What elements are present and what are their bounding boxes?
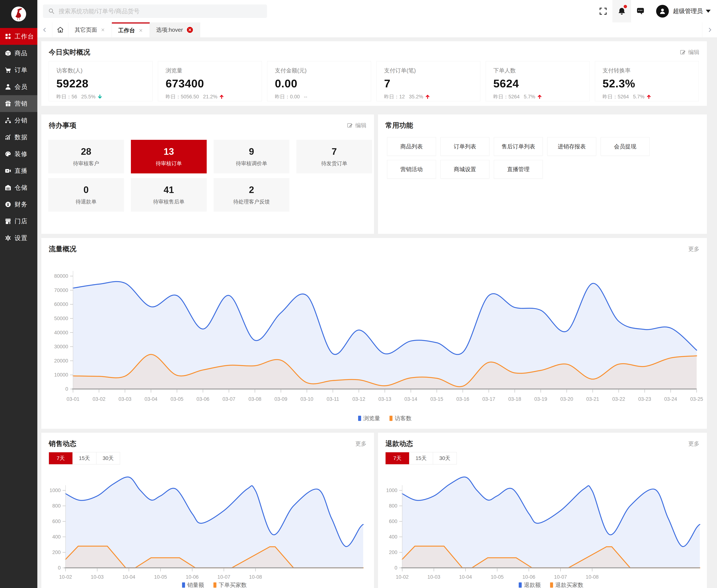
svg-text:浏览量: 浏览量 bbox=[363, 415, 380, 421]
overview-edit-button[interactable]: 编辑 bbox=[680, 48, 699, 56]
todo-tile-2[interactable]: 9待审核调价单 bbox=[213, 140, 289, 173]
global-search[interactable] bbox=[43, 4, 267, 18]
stat-card-4[interactable]: 下单人数5624昨日：52645.7% bbox=[486, 61, 590, 101]
todo-tile-0[interactable]: 28待审核客户 bbox=[48, 140, 124, 173]
quick-functions-card: 常用功能 商品列表订单列表售后订单列表进销存报表会员提现营销活动商城设置直播管理 bbox=[378, 114, 707, 234]
tab-workbench-active[interactable]: 工作台 bbox=[112, 22, 150, 37]
svg-text:下单买家数: 下单买家数 bbox=[219, 582, 247, 588]
quick-button-4[interactable]: 会员提现 bbox=[601, 137, 650, 156]
refund-more-link[interactable]: 更多 bbox=[688, 440, 699, 448]
todo-count: 28 bbox=[48, 146, 124, 157]
todo-label: 待退款单 bbox=[48, 198, 124, 205]
notification-bell-icon[interactable] bbox=[612, 0, 631, 22]
sidebar-item-warehouse[interactable]: 仓储 bbox=[0, 179, 37, 196]
quick-button-1[interactable]: 订单列表 bbox=[441, 137, 489, 156]
svg-text:03-02: 03-02 bbox=[93, 396, 105, 402]
svg-text:40000: 40000 bbox=[54, 330, 68, 335]
user-name[interactable]: 超级管理员 bbox=[673, 7, 703, 15]
svg-text:60000: 60000 bbox=[54, 301, 68, 307]
tab-close-icon[interactable] bbox=[138, 28, 143, 33]
range-tab-2[interactable]: 30天 bbox=[96, 452, 120, 464]
sidebar-item-label: 门店 bbox=[15, 217, 28, 226]
svg-text:03-08: 03-08 bbox=[248, 396, 261, 402]
svg-text:10-07: 10-07 bbox=[217, 574, 230, 580]
svg-text:0: 0 bbox=[394, 565, 397, 571]
edit-icon bbox=[347, 122, 353, 129]
svg-text:800: 800 bbox=[389, 503, 397, 509]
svg-text:03-12: 03-12 bbox=[352, 396, 365, 402]
sidebar-item-order[interactable]: 订单 bbox=[0, 62, 37, 78]
todo-tile-6[interactable]: 2待处理客户反馈 bbox=[213, 178, 289, 212]
stat-card-3[interactable]: 支付订单(笔)7昨日：1235.2% bbox=[376, 61, 480, 101]
stat-card-0[interactable]: 访客数(人)59228昨日：5625.5% bbox=[49, 61, 152, 101]
svg-text:03-23: 03-23 bbox=[638, 396, 651, 402]
svg-text:400: 400 bbox=[52, 534, 61, 540]
svg-text:400: 400 bbox=[389, 534, 397, 540]
sidebar-item-label: 数据 bbox=[15, 133, 28, 142]
todo-tile-4[interactable]: 0待退款单 bbox=[48, 178, 124, 212]
range-tab-0[interactable]: 7天 bbox=[386, 452, 409, 464]
todo-edit-button[interactable]: 编辑 bbox=[347, 122, 367, 129]
sidebar-item-settings[interactable]: 设置 bbox=[0, 230, 37, 246]
tab-option-hover[interactable]: 选项:hover bbox=[150, 22, 200, 37]
todo-tile-3[interactable]: 7待发货订单 bbox=[296, 140, 372, 173]
quick-button-3[interactable]: 进销存报表 bbox=[547, 137, 596, 156]
stat-card-2[interactable]: 支付金额(元)0.00昨日：0.00-- bbox=[267, 61, 371, 101]
svg-text:600: 600 bbox=[52, 519, 61, 524]
sidebar-item-store[interactable]: 门店 bbox=[0, 213, 37, 230]
tab-other-page[interactable]: 其它页面 bbox=[68, 22, 112, 37]
fullscreen-icon[interactable] bbox=[594, 0, 612, 22]
stat-card-1[interactable]: 浏览量673400昨日：5056.5021.2% bbox=[158, 61, 262, 101]
main-content: 今日实时概况 编辑 访客数(人)59228昨日：5625.5%浏览量673400… bbox=[37, 37, 717, 588]
svg-text:0: 0 bbox=[65, 386, 68, 392]
sidebar-item-marketing[interactable]: 营销 bbox=[0, 95, 37, 112]
svg-text:03-05: 03-05 bbox=[170, 396, 183, 402]
svg-text:03-22: 03-22 bbox=[612, 396, 625, 402]
sidebar-item-member[interactable]: 会员 bbox=[0, 78, 37, 95]
message-icon[interactable] bbox=[631, 0, 650, 22]
svg-text:03-16: 03-16 bbox=[456, 396, 469, 402]
sidebar-item-goods[interactable]: 商品 bbox=[0, 45, 37, 62]
svg-text:03-19: 03-19 bbox=[534, 396, 547, 402]
sidebar-item-distribution[interactable]: 分销 bbox=[0, 112, 37, 129]
svg-text:03-15: 03-15 bbox=[430, 396, 443, 402]
quick-button-6[interactable]: 商城设置 bbox=[441, 160, 489, 178]
traffic-more-link[interactable]: 更多 bbox=[688, 245, 699, 253]
traffic-overview-card: 流量概况 更多 01000020000300004000050000600007… bbox=[41, 238, 707, 429]
quick-button-5[interactable]: 营销活动 bbox=[387, 160, 436, 178]
todo-tile-5[interactable]: 41待审核售后单 bbox=[131, 178, 207, 212]
quick-button-7[interactable]: 直播管理 bbox=[494, 160, 543, 178]
topbar: 超级管理员 bbox=[37, 0, 717, 22]
sidebar-item-dashboard[interactable]: 工作台 bbox=[0, 28, 37, 45]
todo-tile-1[interactable]: 13待审核订单 bbox=[131, 140, 207, 173]
svg-text:03-24: 03-24 bbox=[664, 396, 677, 402]
user-avatar[interactable] bbox=[656, 5, 669, 18]
tabs-scroll-left-icon[interactable] bbox=[37, 22, 52, 37]
stat-card-5[interactable]: 支付转换率52.3%昨日：52645.7% bbox=[595, 61, 699, 101]
quick-button-2[interactable]: 售后订单列表 bbox=[494, 137, 543, 156]
range-tab-1[interactable]: 15天 bbox=[409, 452, 433, 464]
overview-title: 今日实时概况 bbox=[49, 48, 90, 57]
stat-value: 5624 bbox=[493, 77, 582, 90]
sidebar-item-data[interactable]: 数据 bbox=[0, 129, 37, 146]
app-root: 工作台商品订单会员营销分销数据装修直播仓储财务门店设置 超 bbox=[0, 0, 717, 588]
tab-label: 其它页面 bbox=[75, 26, 97, 34]
brand-logo[interactable] bbox=[0, 0, 37, 28]
search-input[interactable] bbox=[58, 8, 246, 15]
sidebar-item-decorate[interactable]: 装修 bbox=[0, 146, 37, 162]
tabs-scroll-right-icon[interactable] bbox=[702, 22, 717, 37]
home-tab[interactable] bbox=[52, 22, 68, 37]
chevron-down-icon[interactable] bbox=[706, 10, 711, 13]
range-tab-0[interactable]: 7天 bbox=[49, 452, 73, 464]
sales-more-link[interactable]: 更多 bbox=[355, 440, 367, 448]
tab-close-icon[interactable] bbox=[186, 26, 193, 34]
stat-yesterday: 昨日：1235.2% bbox=[384, 93, 473, 100]
svg-text:10-07: 10-07 bbox=[554, 574, 567, 580]
tab-close-icon[interactable] bbox=[100, 27, 105, 32]
range-tab-2[interactable]: 30天 bbox=[433, 452, 456, 464]
quick-button-0[interactable]: 商品列表 bbox=[387, 137, 436, 156]
range-tab-1[interactable]: 15天 bbox=[73, 452, 96, 464]
sidebar-item-live[interactable]: 直播 bbox=[0, 162, 37, 179]
sidebar-item-finance[interactable]: 财务 bbox=[0, 196, 37, 213]
sales-trend-card: 销售动态 更多 7天15天30天 0200400600800100010-021… bbox=[41, 433, 374, 588]
